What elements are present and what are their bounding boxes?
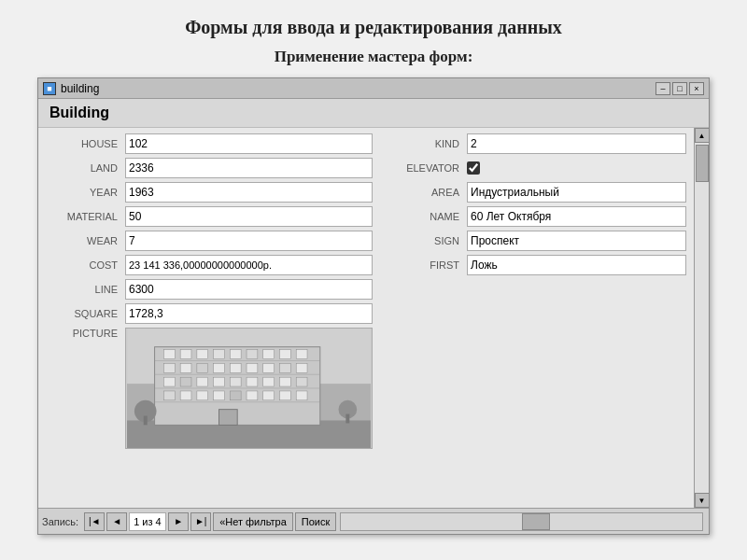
label-material: MATERIAL bbox=[46, 211, 125, 222]
page-subtitle: Применение мастера форм: bbox=[275, 48, 473, 66]
svg-rect-37 bbox=[197, 391, 208, 400]
field-row-first: FIRST bbox=[380, 253, 694, 277]
svg-rect-12 bbox=[230, 350, 241, 359]
svg-rect-42 bbox=[279, 391, 290, 400]
vertical-scrollbar[interactable]: ▲ ▼ bbox=[694, 128, 709, 508]
input-sign[interactable] bbox=[467, 231, 686, 251]
scroll-up-button[interactable]: ▲ bbox=[695, 128, 710, 143]
svg-rect-39 bbox=[230, 391, 241, 400]
svg-rect-8 bbox=[163, 350, 175, 359]
restore-button[interactable]: □ bbox=[672, 82, 687, 95]
input-year[interactable] bbox=[125, 182, 373, 203]
svg-rect-17 bbox=[163, 363, 175, 372]
hscroll-thumb[interactable] bbox=[522, 513, 550, 530]
scroll-track[interactable] bbox=[695, 143, 709, 493]
input-name[interactable] bbox=[467, 206, 686, 227]
svg-rect-27 bbox=[180, 377, 191, 386]
label-year: YEAR bbox=[46, 187, 125, 198]
building-image bbox=[126, 329, 372, 448]
input-elevator[interactable] bbox=[467, 161, 480, 175]
svg-rect-38 bbox=[214, 391, 225, 400]
svg-rect-32 bbox=[263, 377, 275, 386]
field-row-year: YEAR bbox=[38, 180, 380, 204]
svg-rect-11 bbox=[214, 350, 225, 359]
horizontal-scrollbar[interactable] bbox=[340, 512, 703, 531]
right-column: KIND ELEVATOR AREA NAME bbox=[380, 132, 694, 451]
label-wear: WEAR bbox=[46, 235, 125, 246]
field-row-land: LAND bbox=[38, 156, 380, 180]
field-row-cost: COST bbox=[38, 253, 380, 277]
input-cost[interactable] bbox=[125, 255, 373, 275]
field-row-wear: WEAR bbox=[38, 229, 380, 253]
record-label: Запись: bbox=[42, 516, 78, 527]
nav-next-button[interactable]: ► bbox=[168, 512, 189, 531]
input-square[interactable] bbox=[125, 303, 373, 324]
fields-section: HOUSE LAND YEAR MATERIAL bbox=[38, 132, 694, 451]
status-bar: Запись: |◄ ◄ 1 из 4 ► ►| « Нет фильтра П… bbox=[38, 508, 709, 534]
svg-rect-16 bbox=[296, 350, 307, 359]
form-header: Building bbox=[38, 99, 709, 128]
input-land[interactable] bbox=[125, 158, 373, 178]
label-picture: PICTURE bbox=[46, 328, 125, 339]
input-area[interactable] bbox=[467, 182, 686, 203]
picture-box bbox=[125, 328, 373, 449]
left-column: HOUSE LAND YEAR MATERIAL bbox=[38, 132, 380, 451]
svg-rect-28 bbox=[197, 377, 208, 386]
form-body: HOUSE LAND YEAR MATERIAL bbox=[38, 128, 709, 508]
svg-rect-46 bbox=[144, 416, 148, 426]
svg-rect-23 bbox=[263, 363, 275, 372]
filter-label: Нет фильтра bbox=[225, 516, 287, 527]
nav-first-button[interactable]: |◄ bbox=[84, 512, 105, 531]
input-first[interactable] bbox=[467, 255, 686, 275]
label-square: SQUARE bbox=[46, 308, 125, 319]
svg-rect-35 bbox=[163, 391, 175, 400]
input-line[interactable] bbox=[125, 279, 373, 300]
svg-rect-26 bbox=[163, 377, 175, 386]
svg-rect-41 bbox=[263, 391, 275, 400]
field-row-picture: PICTURE bbox=[38, 326, 380, 451]
app-window: ■ building – □ × Building HOUSE bbox=[37, 77, 710, 535]
svg-rect-43 bbox=[296, 391, 307, 400]
scroll-thumb[interactable] bbox=[696, 145, 709, 182]
field-row-kind: KIND bbox=[380, 132, 694, 156]
search-button[interactable]: Поиск bbox=[295, 512, 336, 531]
field-row-elevator: ELEVATOR bbox=[380, 156, 694, 180]
filter-button[interactable]: « Нет фильтра bbox=[213, 512, 293, 531]
nav-prev-button[interactable]: ◄ bbox=[106, 512, 127, 531]
svg-rect-25 bbox=[296, 363, 307, 372]
page: Формы для ввода и редактирования данных … bbox=[0, 0, 747, 560]
svg-rect-10 bbox=[197, 350, 208, 359]
close-button[interactable]: × bbox=[689, 82, 704, 95]
record-info: 1 из 4 bbox=[129, 512, 166, 531]
minimize-button[interactable]: – bbox=[655, 82, 670, 95]
scroll-down-button[interactable]: ▼ bbox=[695, 493, 710, 508]
svg-rect-40 bbox=[247, 391, 258, 400]
svg-rect-19 bbox=[197, 363, 208, 372]
label-first: FIRST bbox=[388, 259, 467, 271]
label-sign: SIGN bbox=[388, 235, 467, 246]
svg-rect-13 bbox=[247, 350, 258, 359]
svg-rect-44 bbox=[219, 410, 238, 426]
window-controls: – □ × bbox=[655, 82, 704, 95]
input-house[interactable] bbox=[125, 133, 373, 154]
input-wear[interactable] bbox=[125, 231, 373, 251]
label-area: AREA bbox=[388, 187, 467, 198]
svg-rect-15 bbox=[279, 350, 290, 359]
page-title: Формы для ввода и редактирования данных bbox=[185, 17, 562, 38]
svg-rect-34 bbox=[296, 377, 307, 386]
field-row-square: SQUARE bbox=[38, 301, 380, 326]
input-material[interactable] bbox=[125, 206, 373, 227]
svg-rect-22 bbox=[247, 363, 258, 372]
label-kind: KIND bbox=[388, 138, 467, 149]
svg-rect-9 bbox=[180, 350, 191, 359]
label-house: HOUSE bbox=[46, 138, 125, 149]
svg-rect-30 bbox=[230, 377, 241, 386]
svg-rect-14 bbox=[263, 350, 275, 359]
form-main: HOUSE LAND YEAR MATERIAL bbox=[38, 128, 694, 508]
nav-last-button[interactable]: ►| bbox=[190, 512, 211, 531]
svg-rect-33 bbox=[279, 377, 290, 386]
input-kind[interactable] bbox=[467, 133, 686, 154]
svg-rect-36 bbox=[180, 391, 191, 400]
field-row-name: NAME bbox=[380, 204, 694, 229]
svg-rect-20 bbox=[214, 363, 225, 372]
